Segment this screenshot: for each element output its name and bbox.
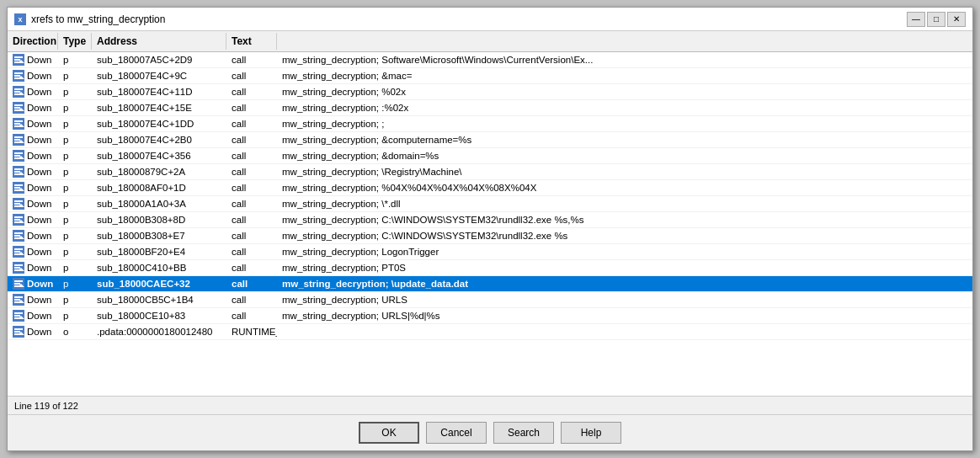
table-row[interactable]: Down p sub_180007E4C+15E call mw_string_… xyxy=(8,100,972,116)
cell-texttype: call xyxy=(226,52,277,67)
cell-direction: Down xyxy=(8,196,58,211)
cell-direction: Down xyxy=(8,244,58,259)
titlebar: x xrefs to mw_string_decryption — □ ✕ xyxy=(8,8,972,31)
cell-direction: Down xyxy=(8,260,58,275)
cell-type: p xyxy=(58,100,92,115)
cell-texttype: call xyxy=(226,292,277,307)
cell-address: sub_18000CE10+83 xyxy=(92,308,226,323)
help-button[interactable]: Help xyxy=(561,422,621,444)
cell-text: mw_string_decryption; C:\WINDOWS\SYSTEM3… xyxy=(277,228,972,243)
svg-rect-36 xyxy=(14,168,23,170)
cell-texttype: call xyxy=(226,100,277,115)
cell-address: sub_180007E4C+15E xyxy=(92,100,226,115)
status-text: Line 119 of 122 xyxy=(14,401,78,411)
table-row[interactable]: Down p sub_18000C410+BB call mw_string_d… xyxy=(8,260,972,276)
cell-text: mw_string_decryption; %04X%04X%04X%04X%0… xyxy=(277,180,972,195)
cell-text: mw_string_decryption; :%02x xyxy=(277,100,972,115)
table-row[interactable]: Down p sub_180007A5C+2D9 call mw_string_… xyxy=(8,52,972,68)
cell-texttype: call xyxy=(226,228,277,243)
svg-rect-22 xyxy=(14,123,20,125)
cell-type: p xyxy=(58,308,92,323)
cell-texttype: call xyxy=(226,164,277,179)
svg-rect-32 xyxy=(14,155,20,157)
cell-direction: Down xyxy=(8,180,58,195)
cell-text: mw_string_decryption; \Registry\Machine\ xyxy=(277,164,972,179)
cell-type: p xyxy=(58,164,92,179)
table-row[interactable]: Down p sub_18000CAEC+32 call mw_string_d… xyxy=(8,276,972,292)
svg-rect-82 xyxy=(14,315,20,317)
svg-rect-67 xyxy=(14,267,20,269)
titlebar-buttons: — □ ✕ xyxy=(907,12,966,27)
svg-rect-47 xyxy=(14,203,20,205)
ok-button[interactable]: OK xyxy=(359,422,419,444)
table-row[interactable]: Down p sub_180007E4C+1DD call mw_string_… xyxy=(8,116,972,132)
cell-texttype: call xyxy=(226,196,277,211)
cell-text: mw_string_decryption; &computername=%s xyxy=(277,132,972,147)
table-row[interactable]: Down p sub_180007E4C+9C call mw_string_d… xyxy=(8,68,972,84)
table-row[interactable]: Down p sub_18000B308+8D call mw_string_d… xyxy=(8,212,972,228)
svg-rect-86 xyxy=(14,328,23,330)
table-row[interactable]: Down p sub_180007E4C+11D call mw_string_… xyxy=(8,84,972,100)
table-row[interactable]: Down p sub_180007E4C+356 call mw_string_… xyxy=(8,148,972,164)
table-row[interactable]: Down p sub_180007E4C+2B0 call mw_string_… xyxy=(8,132,972,148)
svg-rect-16 xyxy=(14,104,23,106)
cell-address: sub_180007E4C+1DD xyxy=(92,116,226,131)
svg-rect-77 xyxy=(14,299,20,301)
cell-address: sub_18000B308+8D xyxy=(92,212,226,227)
close-button[interactable]: ✕ xyxy=(947,12,966,27)
cell-direction: Down xyxy=(8,276,58,291)
table-container[interactable]: Down p sub_180007A5C+2D9 call mw_string_… xyxy=(8,52,972,396)
cell-text: mw_string_decryption; %02x xyxy=(277,84,972,99)
svg-rect-2 xyxy=(14,59,20,61)
cell-direction: Down xyxy=(8,52,58,67)
cell-texttype: call xyxy=(226,276,277,291)
col-header-text xyxy=(277,33,972,50)
cell-texttype: call xyxy=(226,308,277,323)
cancel-button[interactable]: Cancel xyxy=(426,422,487,444)
table-row[interactable]: Down p sub_18000B308+E7 call mw_string_d… xyxy=(8,228,972,244)
cell-address: .pdata:0000000180012480 xyxy=(92,324,226,339)
table-row[interactable]: Down p sub_18000A1A0+3A call mw_string_d… xyxy=(8,196,972,212)
table-row[interactable]: Down p sub_18000CE10+83 call mw_string_d… xyxy=(8,308,972,324)
table-row[interactable]: Down o .pdata:0000000180012480 RUNTIME_F… xyxy=(8,324,972,340)
cell-type: p xyxy=(58,148,92,163)
svg-rect-7 xyxy=(14,75,20,77)
cell-direction: Down xyxy=(8,212,58,227)
cell-direction: Down xyxy=(8,324,58,339)
cell-address: sub_18000CAEC+32 xyxy=(92,276,226,291)
table-row[interactable]: Down p sub_18000CB5C+1B4 call mw_string_… xyxy=(8,292,972,308)
cell-texttype: call xyxy=(226,148,277,163)
status-bar: Line 119 of 122 xyxy=(8,396,972,414)
cell-address: sub_18000B308+E7 xyxy=(92,228,226,243)
cell-text: mw_string_decryption; LogonTrigger xyxy=(277,244,972,259)
cell-direction: Down xyxy=(8,84,58,99)
search-button[interactable]: Search xyxy=(493,422,554,444)
cell-address: sub_180007A5C+2D9 xyxy=(92,52,226,67)
svg-rect-72 xyxy=(14,283,20,285)
svg-rect-11 xyxy=(14,88,23,90)
svg-rect-46 xyxy=(14,200,23,202)
cell-direction: Down xyxy=(8,148,58,163)
main-window: x xrefs to mw_string_decryption — □ ✕ Di… xyxy=(7,7,973,451)
svg-rect-81 xyxy=(14,312,23,314)
cell-text: mw_string_decryption; &mac= xyxy=(277,68,972,83)
table-row[interactable]: Down p sub_180008AF0+1D call mw_string_d… xyxy=(8,180,972,196)
cell-texttype: call xyxy=(226,260,277,275)
maximize-button[interactable]: □ xyxy=(927,12,945,27)
cell-address: sub_180007E4C+11D xyxy=(92,84,226,99)
table-row[interactable]: Down p sub_18000879C+2A call mw_string_d… xyxy=(8,164,972,180)
table-scroll-wrap: Down p sub_180007A5C+2D9 call mw_string_… xyxy=(8,52,972,396)
cell-texttype: call xyxy=(226,132,277,147)
col-header-texttype: Text xyxy=(226,33,277,50)
cell-direction: Down xyxy=(8,132,58,147)
cell-type: p xyxy=(58,196,92,211)
cell-type: p xyxy=(58,180,92,195)
minimize-button[interactable]: — xyxy=(907,12,925,27)
svg-rect-52 xyxy=(14,219,20,221)
svg-rect-56 xyxy=(14,232,23,234)
cell-type: p xyxy=(58,244,92,259)
cell-type: p xyxy=(58,260,92,275)
col-header-address: Address xyxy=(92,33,226,50)
table-row[interactable]: Down p sub_18000BF20+E4 call mw_string_d… xyxy=(8,244,972,260)
svg-rect-57 xyxy=(14,235,20,237)
